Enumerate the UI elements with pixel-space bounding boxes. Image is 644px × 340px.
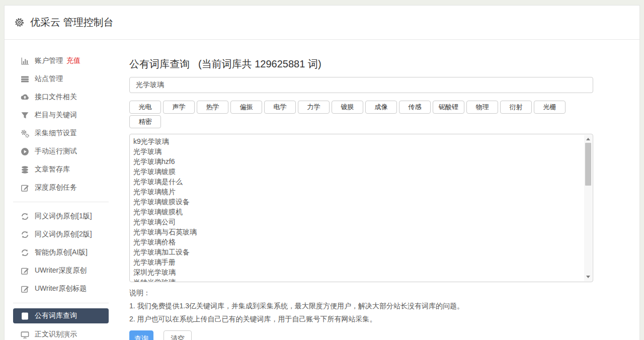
sidebar-item-filter[interactable]: 栏目与关键词 [13,106,109,124]
list-item[interactable]: 光学玻璃镀膜 [133,166,581,177]
keyword-tag-button[interactable]: 镀膜 [332,101,363,114]
keyword-tag-button[interactable]: 物理 [466,101,498,114]
list-item[interactable]: 深圳光学玻璃 [133,267,581,277]
sidebar-item-label: 账户管理 [35,56,63,65]
page-title-text: 公有词库查询 [129,57,190,71]
clear-button[interactable]: 清空 [164,330,192,340]
refresh-icon [21,212,29,221]
filter-icon [21,111,29,120]
edit-icon [21,267,29,275]
sidebar-item-edit[interactable]: UWriter深度原创 [13,262,109,280]
notes-line-1: 1. 我们免费提供1.3亿关键词库，并集成到采集系统，最大限度方便用户，解决大部… [129,299,593,312]
server-icon [21,75,29,83]
list-item[interactable]: 光学玻璃镜片 [133,187,581,197]
sidebar-divider [13,202,109,202]
sidebar-item-monitor[interactable]: 正文识别演示 [13,325,109,340]
keyword-tag-button[interactable]: 精密 [129,115,161,128]
sidebar-item-play[interactable]: 手动运行测试 [13,142,109,160]
list-item[interactable]: 光学玻璃与石英玻璃 [133,227,581,237]
sidebar-item-label: 同义词伪原创[1版] [35,212,92,221]
cloud-upload-icon [21,93,29,102]
notes-title: 说明： [129,286,593,299]
sidebar-item-label: 文章暂存库 [35,165,70,174]
list-item[interactable]: 肖特光学玻璃 [133,277,581,282]
keyword-tag-button[interactable]: 光电 [129,101,161,114]
scroll-down-arrow-icon[interactable] [586,276,590,278]
keyword-tag-button[interactable]: 衍射 [500,101,532,114]
sidebar-item-label: UWriter深度原创 [35,266,87,275]
app-window: 优采云 管理控制台 账户管理充值站点管理接口文件相关栏目与关键词采集细节设置手动… [4,5,640,340]
main-content: 公有词库查询 (当前词库共 129625881 词) 光电声学热学偏振电学力学镀… [129,40,593,340]
action-buttons: 查询 清空 [129,330,593,340]
notes-section: 说明： 1. 我们免费提供1.3亿关键词库，并集成到采集系统，最大限度方便用户，… [129,286,593,325]
gears-icon [21,129,29,138]
sidebar-item-book[interactable]: 公有词库查询 [13,308,109,323]
keyword-tag-button[interactable]: 热学 [197,101,228,114]
app-title: 优采云 管理控制台 [30,16,114,29]
query-button[interactable]: 查询 [129,330,153,340]
gear-icon [15,18,24,27]
sidebar-item-refresh[interactable]: 智能伪原创[AI版] [13,243,109,262]
sidebar-item-label: 深度原创任务 [35,183,77,192]
keyword-tag-button[interactable]: 成像 [365,101,397,114]
keyword-tag-button[interactable]: 光栅 [534,101,566,114]
play-icon [21,147,29,156]
list-item[interactable]: 光学玻璃价格 [133,237,581,247]
notes-line-2: 2. 用户也可以在系统上传自己已有的关键词库，用于自己账号下所有网站采集。 [129,312,593,325]
sidebar-item-label: 同义词伪原创[2版] [35,230,92,239]
scroll-up-arrow-icon[interactable] [586,138,590,140]
list-item[interactable]: k9光学玻璃 [133,136,581,146]
keyword-tag-button[interactable]: 传感 [399,101,431,114]
sidebar-item-cloud-upload[interactable]: 接口文件相关 [13,88,109,106]
sidebar-item-refresh[interactable]: 同义词伪原创[2版] [13,225,109,243]
database-icon [21,165,29,174]
list-item[interactable]: 光学玻璃是什么 [133,177,581,187]
list-item[interactable]: 光学玻璃镀膜设备 [133,197,581,207]
edit-icon [21,184,29,192]
sidebar-item-label: 栏目与关键词 [35,111,77,120]
monitor-icon [21,330,29,339]
sidebar-item-bar-chart[interactable]: 账户管理充值 [13,52,109,70]
list-item[interactable]: 光学玻璃 [133,146,581,156]
keyword-search-input[interactable] [129,77,593,93]
sidebar-item-label: UWriter原创标题 [35,284,87,293]
sidebar-item-database[interactable]: 文章暂存库 [13,160,109,179]
sidebar-item-label: 手动运行测试 [35,147,77,156]
sidebar-item-gears[interactable]: 采集细节设置 [13,124,109,142]
keyword-tag-button[interactable]: 电学 [264,101,296,114]
list-item[interactable]: 光学玻璃镀膜机 [133,207,581,217]
sidebar-divider [13,303,109,303]
keyword-tag-button[interactable]: 声学 [163,101,195,114]
word-count-label: (当前词库共 129625881 词) [198,57,321,71]
sidebar-item-edit[interactable]: 深度原创任务 [13,179,109,197]
bar-chart-icon [21,57,29,65]
sidebar: 账户管理充值站点管理接口文件相关栏目与关键词采集细节设置手动运行测试文章暂存库深… [5,40,125,340]
sidebar-item-edit[interactable]: UWriter原创标题 [13,280,109,298]
sidebar-item-label: 接口文件相关 [35,93,77,102]
scrollbar-thumb[interactable] [585,143,591,186]
list-item[interactable]: 光学玻璃加工设备 [133,247,581,257]
keyword-tag-button[interactable]: 力学 [298,101,330,114]
recharge-badge[interactable]: 充值 [66,56,80,65]
refresh-icon [21,248,29,257]
list-item[interactable]: 光学玻璃公司 [133,217,581,227]
sidebar-item-label: 正文识别演示 [35,330,77,339]
sidebar-item-label: 采集细节设置 [35,129,77,138]
list-item[interactable]: 光学玻璃hzf6 [133,156,581,166]
results-list[interactable]: k9光学玻璃光学玻璃光学玻璃hzf6光学玻璃镀膜光学玻璃是什么光学玻璃镜片光学玻… [129,134,593,282]
app-header: 优采云 管理控制台 [5,6,639,40]
scrollbar[interactable] [584,135,592,281]
list-item[interactable]: 光学玻璃手册 [133,257,581,267]
sidebar-item-refresh[interactable]: 同义词伪原创[1版] [13,207,109,225]
sidebar-item-server[interactable]: 站点管理 [13,70,109,88]
sidebar-item-label: 站点管理 [35,74,63,83]
refresh-icon [21,230,29,239]
keyword-tag-button[interactable]: 偏振 [230,101,262,114]
edit-icon [21,285,29,293]
sidebar-item-label: 公有词库查询 [35,311,77,320]
page-title: 公有词库查询 (当前词库共 129625881 词) [129,57,593,71]
sidebar-item-label: 智能伪原创[AI版] [35,248,88,257]
book-icon [21,312,29,320]
keyword-tags: 光电声学热学偏振电学力学镀膜成像传感铌酸锂物理衍射光栅精密 [129,101,593,130]
keyword-tag-button[interactable]: 铌酸锂 [433,101,464,114]
